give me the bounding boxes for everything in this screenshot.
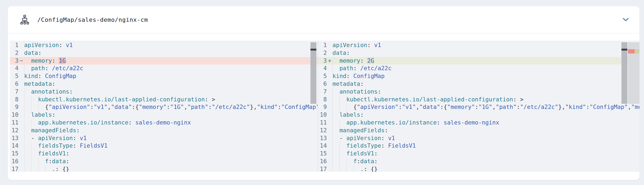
code-line: 1apiVersion: v1 [318,41,640,49]
indent-guide [332,88,333,96]
indent-guide [332,96,333,104]
diff-pane-modified[interactable]: 1apiVersion: v12data:3+ memory: 2G4 path… [318,41,640,172]
diff-sign-empty [327,72,332,80]
line-number: 1 [318,41,327,49]
code-line: 5kind: ConfigMap [10,72,318,80]
line-number: 9 [10,103,19,111]
line-number: 4 [10,65,19,72]
indent-guide [332,127,333,134]
indent-guide [353,165,354,172]
diff-sign-empty [19,103,24,111]
line-content: apiVersion: v1 [332,41,640,49]
indent-guide [346,103,347,111]
code-line: 12 managedFields: [318,127,640,134]
indent-guide [31,142,31,150]
diff-sign-empty [327,127,332,134]
code-line: 11 app.kubernetes.io/instance: sales-dem… [318,119,640,127]
line-number: 15 [318,150,327,158]
indent-guide [24,65,24,72]
line-content: fieldsV1: [332,150,640,158]
indent-guide [24,57,24,65]
code-line: 12 managedFields: [10,127,318,134]
diff-sign-empty [327,134,332,142]
indent-guide [332,65,333,72]
code-line: 4 path: /etc/a22c [10,65,318,72]
line-number: 6 [10,80,19,88]
scrollbar-position-marker [310,49,316,51]
diff-pane-original[interactable]: 1apiVersion: v12data:3− memory: 1G4 path… [10,41,318,172]
diff-sign-empty [19,142,24,150]
scrollbar-thumb-original[interactable] [310,42,316,104]
diff-sign: + [327,57,332,65]
indent-guide [45,165,45,172]
code-line: 8 kubectl.kubernetes.io/last-applied-con… [318,96,640,104]
line-number: 3 [318,57,327,65]
code-line: 3− memory: 1G [10,57,318,65]
diff-sign-empty [19,65,24,72]
indent-guide [332,57,333,65]
line-content: kind: ConfigMap [24,72,318,80]
line-number: 13 [10,134,19,142]
diff-sign-empty [327,142,332,150]
diff-sign-empty [327,165,332,172]
resource-path-title: /ConfigMap/sales-demo/nginx-cm [37,16,148,23]
diff-sign-empty [19,88,24,96]
scrollbar-position-marker [621,49,627,51]
indent-guide [24,142,24,150]
scrollbar-thumb-modified[interactable] [621,42,627,104]
code-line: 7 annotations: [10,88,318,96]
code-line: 11 app.kubernetes.io/instance: sales-dem… [10,119,318,127]
line-content: app.kubernetes.io/instance: sales-demo-n… [24,119,318,127]
diff-sign-empty [327,119,332,127]
indent-guide [24,127,24,134]
line-content: labels: [332,111,640,119]
line-content: data: [332,49,640,57]
line-number: 16 [318,158,327,165]
diff-sign-empty [327,111,332,119]
line-number: 15 [10,150,19,158]
diff-sign-empty [327,103,332,111]
overview-insert-mark [635,49,640,54]
code-lines: 1apiVersion: v12data:3− memory: 1G4 path… [10,41,318,172]
diff-sign-empty [19,165,24,172]
code-line: 13 - apiVersion: v1 [10,134,318,142]
line-content: fieldsType: FieldsV1 [24,142,318,150]
line-content: {"apiVersion":"v1","data":{"memory":"1G"… [332,103,640,111]
indent-guide [24,134,24,142]
line-number: 14 [318,142,327,150]
code-line: 10 labels: [318,111,640,119]
indent-guide [332,150,333,158]
code-line: 2data: [318,49,640,57]
line-number: 8 [318,96,327,104]
sitemap-icon [20,15,30,25]
code-line: 5kind: ConfigMap [318,72,640,80]
code-line: 7 annotations: [318,88,640,96]
resource-diff-card: /ConfigMap/sales-demo/nginx-cm 1apiVersi… [8,6,640,180]
line-number: 16 [10,158,19,165]
indent-guide [24,158,24,165]
indent-guide [31,103,31,111]
line-number: 7 [10,88,19,96]
chevron-down-icon[interactable] [621,15,630,24]
diff-sign-empty [19,72,24,80]
diff-sign: − [19,57,24,65]
line-content: memory: 1G [24,57,318,65]
code-line: 14 fieldsType: FieldsV1 [10,142,318,150]
diff-sign-empty [19,96,24,104]
diff-sign-empty [327,41,332,49]
indent-guide [24,165,24,172]
line-number: 8 [10,96,19,104]
code-line: 14 fieldsType: FieldsV1 [318,142,640,150]
line-content: memory: 2G [332,57,640,65]
diff-sign-empty [327,49,332,57]
line-number: 17 [10,165,19,172]
indent-guide [38,158,38,165]
line-content: f:data: [332,158,640,165]
line-content: path: /etc/a22c [24,65,318,72]
diff-sign-empty [19,134,24,142]
line-content: fieldsV1: [24,150,318,158]
code-line: 16 f:data: [318,158,640,165]
diff-sign-empty [327,80,332,88]
resource-header[interactable]: /ConfigMap/sales-demo/nginx-cm [8,6,639,33]
diff-sign-empty [327,150,332,158]
